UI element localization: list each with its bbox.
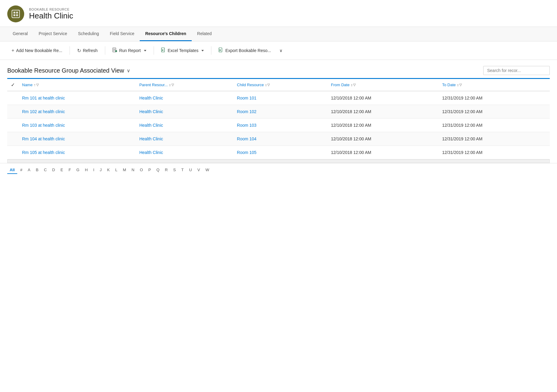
parent-resource-cell[interactable]: Health Clinic	[136, 91, 233, 105]
letter-nav-item[interactable]: F	[66, 166, 73, 174]
records-table: ✓ Name ↑ ▽ Parent Resour...	[7, 78, 550, 159]
letter-nav-item[interactable]: B	[34, 166, 41, 174]
search-input[interactable]	[483, 66, 550, 75]
row-checkbox-cell[interactable]	[7, 146, 18, 159]
name-column-header[interactable]: Name ↑ ▽	[18, 79, 136, 91]
letter-nav-item[interactable]: A	[25, 166, 33, 174]
letter-nav-item[interactable]: All	[7, 166, 17, 174]
from-date-column-header[interactable]: From Date ↕ ▽	[327, 79, 439, 91]
letter-nav-item[interactable]: L	[113, 166, 120, 174]
table-row: Rm 104 at health clinic Health Clinic Ro…	[7, 132, 550, 146]
tab-general[interactable]: General	[7, 27, 33, 41]
letter-nav-item[interactable]: P	[146, 166, 154, 174]
letter-nav-item[interactable]: V	[195, 166, 203, 174]
parent-resource-cell[interactable]: Health Clinic	[136, 119, 233, 132]
letter-nav-item[interactable]: G	[74, 166, 82, 174]
tab-field-service[interactable]: Field Service	[104, 27, 140, 41]
tab-related[interactable]: Related	[192, 27, 217, 41]
letter-nav-item[interactable]: O	[137, 166, 145, 174]
view-dropdown-icon[interactable]: ∨	[127, 68, 130, 74]
more-actions-button[interactable]: ∨	[276, 46, 285, 55]
table-header-row: ✓ Name ↑ ▽ Parent Resour...	[7, 79, 550, 91]
to-date-column-header[interactable]: To Date ↕ ▽	[438, 79, 550, 91]
child-sort-icon[interactable]: ↕	[265, 83, 267, 87]
tab-scheduling[interactable]: Scheduling	[73, 27, 104, 41]
name-cell[interactable]: Rm 105 at health clinic	[18, 146, 136, 159]
row-checkbox-cell[interactable]	[7, 132, 18, 146]
from-date-sort-icon[interactable]: ↕	[351, 83, 353, 87]
select-all-column[interactable]: ✓	[7, 79, 18, 91]
svg-rect-3	[14, 14, 15, 16]
letter-nav-item[interactable]: R	[162, 166, 170, 174]
row-checkbox-cell[interactable]	[7, 91, 18, 105]
letter-nav-item[interactable]: C	[41, 166, 49, 174]
excel-templates-button[interactable]: X Excel Templates	[157, 45, 208, 56]
child-resource-cell[interactable]: Room 104	[233, 132, 327, 146]
svg-text:X: X	[162, 49, 164, 52]
view-title: Bookable Resource Group Associated View	[7, 67, 124, 74]
child-resource-cell[interactable]: Room 105	[233, 146, 327, 159]
nav-tabs: General Project Service Scheduling Field…	[0, 27, 557, 41]
svg-rect-4	[16, 14, 18, 16]
letter-nav-item[interactable]: D	[50, 166, 57, 174]
parent-resource-column-header[interactable]: Parent Resour... ↕ ▽	[136, 79, 233, 91]
parent-resource-cell[interactable]: Health Clinic	[136, 132, 233, 146]
parent-resource-cell[interactable]: Health Clinic	[136, 105, 233, 119]
from-date-filter-icon[interactable]: ▽	[353, 83, 356, 87]
name-filter-icon[interactable]: ▽	[36, 83, 39, 87]
from-date-cell: 12/10/2018 12:00 AM	[327, 146, 439, 159]
name-cell[interactable]: Rm 102 at health clinic	[18, 105, 136, 119]
letter-nav-item[interactable]: #	[18, 166, 25, 174]
child-resource-cell[interactable]: Room 103	[233, 119, 327, 132]
to-date-sort-icon[interactable]: ↕	[457, 83, 459, 87]
svg-rect-0	[12, 10, 20, 18]
separator-2	[105, 46, 105, 55]
parent-sort-icon[interactable]: ↕	[169, 83, 171, 87]
row-checkbox-cell[interactable]	[7, 119, 18, 132]
chevron-down-icon: ∨	[279, 48, 282, 53]
name-sort-icon[interactable]: ↑	[34, 83, 36, 87]
name-cell[interactable]: Rm 104 at health clinic	[18, 132, 136, 146]
letter-nav-item[interactable]: S	[171, 166, 178, 174]
export-button[interactable]: X Export Bookable Reso...	[214, 45, 275, 56]
letter-nav-item[interactable]: N	[129, 166, 137, 174]
name-cell[interactable]: Rm 103 at health clinic	[18, 119, 136, 132]
name-cell[interactable]: Rm 101 at health clinic	[18, 91, 136, 105]
letter-nav-item[interactable]: U	[187, 166, 194, 174]
toolbar: + Add New Bookable Re... ↻ Refresh Run R…	[0, 41, 557, 60]
svg-rect-9	[115, 50, 117, 52]
letter-nav-item[interactable]: T	[179, 166, 186, 174]
tab-resources-children[interactable]: Resource's Children	[140, 27, 192, 41]
letter-nav-item[interactable]: M	[120, 166, 129, 174]
tab-project-service[interactable]: Project Service	[33, 27, 73, 41]
to-date-cell: 12/31/2019 12:00 AM	[438, 105, 550, 119]
parent-resource-cell[interactable]: Health Clinic	[136, 146, 233, 159]
from-date-cell: 12/10/2018 12:00 AM	[327, 105, 439, 119]
report-icon	[112, 47, 117, 54]
to-date-cell: 12/31/2019 12:00 AM	[438, 119, 550, 132]
letter-nav-item[interactable]: K	[105, 166, 112, 174]
letter-nav-item[interactable]: J	[97, 166, 104, 174]
letter-nav-item[interactable]: I	[91, 166, 97, 174]
child-resource-column-header[interactable]: Child Resource ↕ ▽	[233, 79, 327, 91]
letter-navigation: All#ABCDEFGHIJKLMNOPQRSTUVW	[0, 163, 557, 177]
letter-nav-item[interactable]: E	[58, 166, 66, 174]
parent-filter-icon[interactable]: ▽	[171, 83, 174, 87]
child-resource-cell[interactable]: Room 102	[233, 105, 327, 119]
horizontal-scrollbar[interactable]	[7, 159, 550, 163]
select-all-checkbox[interactable]: ✓	[11, 82, 15, 87]
add-new-button[interactable]: + Add New Bookable Re...	[7, 45, 67, 56]
plus-icon: +	[11, 48, 14, 53]
separator-4	[211, 46, 211, 55]
letter-nav-item[interactable]: H	[83, 166, 90, 174]
child-filter-icon[interactable]: ▽	[267, 83, 270, 87]
to-date-filter-icon[interactable]: ▽	[459, 83, 462, 87]
row-checkbox-cell[interactable]	[7, 105, 18, 119]
letter-nav-item[interactable]: W	[203, 166, 211, 174]
child-resource-cell[interactable]: Room 101	[233, 91, 327, 105]
letter-nav-item[interactable]: Q	[154, 166, 162, 174]
refresh-button[interactable]: ↻ Refresh	[73, 45, 102, 56]
from-date-cell: 12/10/2018 12:00 AM	[327, 132, 439, 146]
run-report-button[interactable]: Run Report	[108, 45, 151, 56]
from-date-cell: 12/10/2018 12:00 AM	[327, 119, 439, 132]
